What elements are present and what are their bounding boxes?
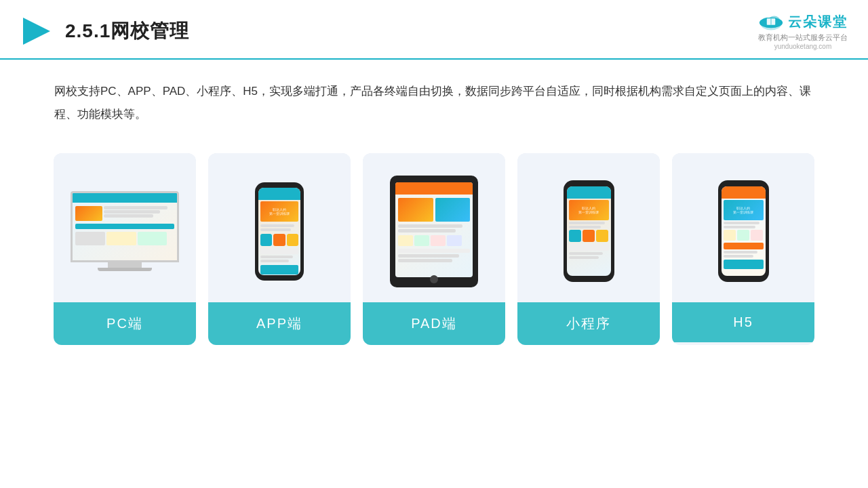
card-pad-image xyxy=(363,153,505,302)
cards-container: PC端 职达人的第一堂训练课 xyxy=(0,133,868,359)
card-app-label: APP端 xyxy=(208,302,351,345)
description: 网校支持PC、APP、PAD、小程序、H5，实现多端打通，产品各终端自由切换，数… xyxy=(0,60,868,133)
header: 2.5.1网校管理 云朵课堂 教育机构一站式服务云平台 yunduoketang… xyxy=(0,0,868,60)
card-app-image: 职达人的第一堂训练课 xyxy=(208,153,351,302)
description-text: 网校支持PC、APP、PAD、小程序、H5，实现多端打通，产品各终端自由切换，数… xyxy=(54,85,811,121)
svg-marker-0 xyxy=(23,18,50,45)
logo-url: yunduoketang.com xyxy=(774,43,832,50)
card-h5-image: 职达人的第一堂训练课 xyxy=(672,153,814,302)
card-pc: PC端 xyxy=(54,153,196,345)
logo-subtitle: 教育机构一站式服务云平台 xyxy=(758,33,848,43)
app-mockup: 职达人的第一堂训练课 xyxy=(255,182,304,281)
pad-mockup xyxy=(390,176,478,287)
pc-mockup xyxy=(71,191,179,271)
miniprogram-mockup: 职达人的第一堂训练课 xyxy=(564,180,614,282)
card-pad: PAD端 xyxy=(363,153,505,345)
logo-area: 云朵课堂 教育机构一站式服务云平台 yunduoketang.com xyxy=(758,12,848,50)
logo-cloud: 云朵课堂 xyxy=(758,12,848,31)
card-miniprogram-label: 小程序 xyxy=(517,302,660,345)
play-icon xyxy=(20,15,53,47)
h5-mockup: 职达人的第一堂训练课 xyxy=(718,180,769,282)
card-app: 职达人的第一堂训练课 xyxy=(208,153,351,345)
page-title: 2.5.1网校管理 xyxy=(65,18,189,44)
card-pad-label: PAD端 xyxy=(363,302,505,345)
card-miniprogram: 职达人的第一堂训练课 xyxy=(517,153,660,345)
card-miniprogram-image: 职达人的第一堂训练课 xyxy=(517,153,660,302)
cloud-icon xyxy=(758,12,784,31)
card-h5-label: H5 xyxy=(672,302,814,342)
header-left: 2.5.1网校管理 xyxy=(20,15,189,47)
card-pc-label: PC端 xyxy=(54,302,196,345)
card-pc-image xyxy=(54,153,196,302)
logo-text: 云朵课堂 xyxy=(788,13,848,31)
card-h5: 职达人的第一堂训练课 xyxy=(672,153,814,345)
